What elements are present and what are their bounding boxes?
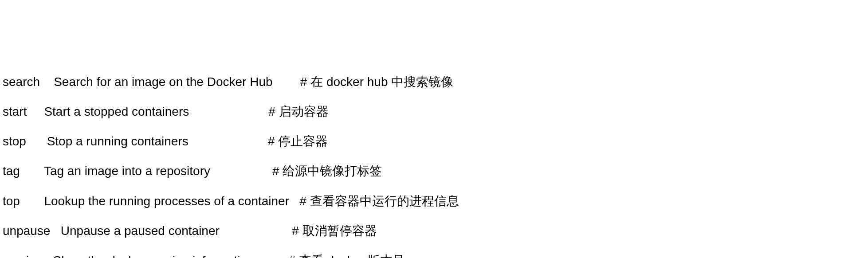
command-comment: # 停止容器	[268, 134, 328, 148]
command-row: unpause Unpause a paused container # 取消暂…	[3, 222, 868, 239]
command-name: version	[3, 254, 43, 258]
command-row: start Start a stopped containers # 启动容器	[3, 103, 868, 120]
command-description: Unpause a paused container	[61, 224, 220, 238]
command-row: tag Tag an image into a repository # 给源中…	[3, 162, 868, 180]
command-description: Tag an image into a repository	[44, 164, 210, 178]
spacer	[40, 75, 54, 89]
spacer	[27, 105, 44, 118]
command-row: search Search for an image on the Docker…	[3, 73, 868, 90]
command-description: Lookup the running processes of a contai…	[44, 194, 289, 208]
command-name: top	[3, 194, 20, 208]
command-name: unpause	[3, 224, 50, 238]
command-comment: # 查看 docker 版本号	[288, 254, 405, 258]
spacer	[189, 134, 268, 148]
spacer	[289, 194, 299, 208]
spacer	[50, 224, 60, 238]
spacer	[189, 105, 268, 118]
command-description: Stop a running containers	[47, 134, 189, 148]
command-description: Start a stopped containers	[44, 105, 189, 118]
command-row: stop Stop a running containers # 停止容器	[3, 133, 868, 150]
command-comment: # 给源中镜像打标签	[272, 164, 382, 178]
spacer	[20, 194, 44, 208]
spacer	[43, 254, 53, 258]
command-row: version Show the docker version informat…	[3, 252, 868, 258]
command-name: stop	[3, 134, 26, 148]
spacer	[26, 134, 47, 148]
command-comment: # 查看容器中运行的进程信息	[299, 194, 459, 208]
spacer	[20, 164, 44, 178]
command-name: start	[3, 105, 27, 118]
spacer	[273, 75, 300, 89]
command-comment: # 启动容器	[268, 105, 328, 118]
command-comment: # 取消暂停容器	[292, 224, 377, 238]
command-description: Show the docker version information	[53, 254, 254, 258]
command-comment: # 在 docker hub 中搜索镜像	[300, 75, 453, 89]
command-row: top Lookup the running processes of a co…	[3, 192, 868, 210]
spacer	[254, 254, 289, 258]
spacer	[210, 164, 272, 178]
command-name: search	[3, 75, 40, 89]
command-list: search Search for an image on the Docker…	[3, 73, 868, 258]
spacer	[220, 224, 292, 238]
command-description: Search for an image on the Docker Hub	[54, 75, 272, 89]
command-name: tag	[3, 164, 20, 178]
